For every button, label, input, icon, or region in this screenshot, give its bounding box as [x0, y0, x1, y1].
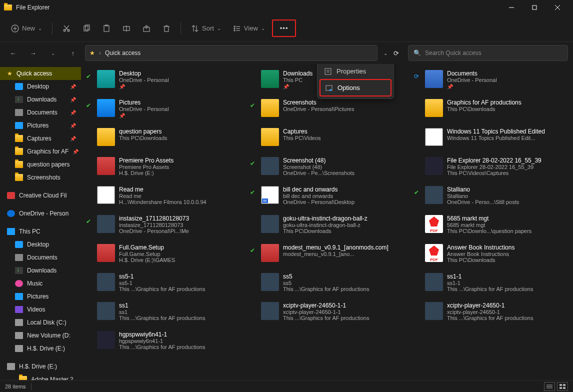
sidebar-item[interactable]: Local Disk (C:) [0, 316, 81, 329]
share-button[interactable] [138, 22, 156, 36]
file-name: ss5 [283, 273, 404, 280]
dropdown-properties[interactable]: Properties [320, 64, 392, 79]
more-dropdown: Properties Options [317, 64, 394, 99]
svg-rect-13 [104, 26, 109, 32]
file-item[interactable]: ✔ScreenshotsOneDrive - Personal\Pictures [247, 97, 407, 125]
file-item[interactable]: PDF5685 markt mgt5685 markt mgtThis PC\D… [411, 213, 571, 241]
address-dropdown[interactable]: ⌄ [384, 50, 388, 56]
sidebar-item[interactable]: Music [0, 277, 81, 290]
sidebar-item[interactable]: Screenshots [0, 171, 81, 184]
file-item[interactable]: ✔instasize_1711280128073instasize_171128… [83, 213, 243, 241]
sort-button[interactable]: Sort⌄ [186, 22, 226, 36]
sidebar-item[interactable]: Adobe Master 2 [0, 373, 81, 380]
recent-button[interactable]: ⌄ [45, 45, 61, 61]
sidebar-item[interactable]: Graphics for AF📌 [0, 145, 81, 158]
file-item[interactable]: File Explorer 28-02-2022 16_55_39File Ex… [411, 155, 571, 183]
file-item[interactable]: ✔modest_menu_v0.9.1_[anonmods.com]modest… [247, 242, 407, 270]
sidebar-item-hs-drive[interactable]: H.$. Drive (E:) [0, 360, 81, 373]
view-button[interactable]: View⌄ [228, 22, 270, 36]
file-meta: ss1ss1This ...\Graphics for AF productio… [119, 302, 240, 321]
file-name: ss1-1 [447, 273, 568, 280]
sidebar-item[interactable]: Downloads [0, 264, 81, 277]
file-name: Graphics for AF productions [447, 99, 568, 106]
address-bar[interactable]: ★ › Quick access [85, 45, 378, 61]
sidebar-item[interactable]: New Volume (D: [0, 329, 81, 342]
sidebar-item[interactable]: Documents📌 [0, 106, 81, 119]
view-details-button[interactable] [544, 382, 555, 391]
file-subtitle: Screenshot (48) [283, 164, 404, 170]
file-subtitle: OneDrive - Personal [119, 106, 240, 112]
sync-check-icon: ✔ [250, 189, 257, 196]
pin-icon: 📌 [70, 136, 76, 142]
file-item[interactable]: CapturesThis PC\Videos [247, 126, 407, 154]
file-item[interactable]: ss5-1ss5-1This ...\Graphics for AF produ… [83, 271, 243, 299]
sidebar-item[interactable]: Pictures [0, 290, 81, 303]
file-item[interactable]: question papersThis PC\Downloads [83, 126, 243, 154]
sidebar: ★ Quick access Desktop📌Downloads📌Documen… [0, 64, 81, 380]
video-icon [15, 306, 23, 313]
paste-button[interactable] [98, 22, 116, 36]
sidebar-item[interactable]: Downloads📌 [0, 93, 81, 106]
file-meta: Read meRead meH...\Wondershare Filmora 1… [119, 186, 240, 205]
file-item[interactable]: Graphics for AF productionsThis PC\Downl… [411, 97, 571, 125]
file-meta: StallianoStallianoOneDrive - Perso...\St… [447, 186, 568, 205]
sidebar-item-this-pc[interactable]: This PC [0, 225, 81, 238]
file-name: xciptv-player-24650-1-1 [283, 302, 404, 309]
up-button[interactable]: ↑ [65, 45, 81, 61]
file-item[interactable]: PDFAnswer Book InstructionsAnswer Book I… [411, 242, 571, 270]
sidebar-item[interactable]: H.$. Drive (E:) [0, 342, 81, 355]
file-item[interactable]: Windows 11 Topics Published EditedWindow… [411, 126, 571, 154]
delete-button[interactable] [158, 22, 176, 36]
file-item[interactable]: hgpspwwiy6n41-1hgpspwwiy6n41-1This ...\G… [83, 329, 243, 357]
file-item[interactable]: ✔DesktopOneDrive - Personal📌 [83, 68, 243, 96]
file-item[interactable]: ✔StallianoStallianoOneDrive - Perso...\S… [411, 184, 571, 212]
file-item[interactable]: Full.Game.SetupFull.Game.SetupH.$. Drive… [83, 242, 243, 270]
file-item[interactable]: ✔Screenshot (48)Screenshot (48)OneDrive … [247, 155, 407, 183]
copy-button[interactable] [78, 22, 96, 36]
file-item[interactable]: ss1ss1This ...\Graphics for AF productio… [83, 300, 243, 328]
file-item[interactable]: Read meRead meH...\Wondershare Filmora 1… [83, 184, 243, 212]
sidebar-item[interactable]: Captures📌 [0, 132, 81, 145]
file-meta: Answer Book InstructionsAnswer Book Inst… [447, 244, 568, 263]
sidebar-item[interactable]: Videos [0, 303, 81, 316]
file-item[interactable]: ✔PicturesOneDrive - Personal📌 [83, 97, 243, 125]
sidebar-item[interactable]: Documents [0, 251, 81, 264]
search-input[interactable]: 🔍 Search Quick access [408, 45, 568, 61]
sidebar-label: This PC [19, 228, 40, 235]
sidebar-label: Videos [27, 306, 45, 313]
view-tiles-button[interactable] [557, 382, 568, 391]
file-path: OneDrive - Personal\Desktop [283, 199, 404, 205]
breadcrumb-chevron: › [99, 50, 101, 56]
more-button[interactable]: ••• [272, 20, 296, 37]
rename-button[interactable] [118, 22, 136, 36]
file-item[interactable]: goku-ultra-instinct-dragon-ball-zgoku-ul… [247, 213, 407, 241]
file-subtitle: ss5-1 [119, 280, 240, 286]
file-name: Read me [119, 186, 240, 193]
file-thumbnail [261, 157, 279, 175]
maximize-button[interactable] [523, 0, 546, 15]
file-item[interactable]: xciptv-player-24650-1xciptv-player-24650… [411, 300, 571, 328]
sync-icon: ⟳ [414, 73, 421, 80]
file-meta: Screenshot (48)Screenshot (48)OneDrive -… [283, 157, 404, 176]
sidebar-item-creative-cloud[interactable]: Creative Cloud Fil [0, 189, 81, 202]
sidebar-item[interactable]: question papers [0, 158, 81, 171]
sidebar-item[interactable]: Desktop [0, 238, 81, 251]
file-item[interactable]: ✔bill dec and onwardsbill dec and onward… [247, 184, 407, 212]
back-button[interactable]: ← [5, 45, 21, 61]
new-button[interactable]: New⌄ [6, 22, 47, 36]
cut-button[interactable] [58, 22, 76, 36]
file-item[interactable]: Premiere Pro AssetsPremiere Pro AssetsH.… [83, 155, 243, 183]
close-button[interactable] [546, 0, 569, 15]
sidebar-item[interactable]: Pictures📌 [0, 119, 81, 132]
file-item[interactable]: ss1-1ss1-1This ...\Graphics for AF produ… [411, 271, 571, 299]
file-item[interactable]: ss5ss5This ...\Graphics for AF productio… [247, 271, 407, 299]
sidebar-item-quick-access[interactable]: ★ Quick access [0, 67, 81, 80]
refresh-button[interactable]: ⟳ [394, 50, 399, 57]
dropdown-options[interactable]: Options [320, 79, 392, 96]
file-item[interactable]: xciptv-player-24650-1-1xciptv-player-246… [247, 300, 407, 328]
minimize-button[interactable] [500, 0, 523, 15]
forward-button[interactable]: → [25, 45, 41, 61]
file-item[interactable]: ⟳DocumentsOneDrive - Personal📌 [411, 68, 571, 96]
sidebar-item-onedrive[interactable]: OneDrive - Person [0, 207, 81, 220]
sidebar-item[interactable]: Desktop📌 [0, 80, 81, 93]
